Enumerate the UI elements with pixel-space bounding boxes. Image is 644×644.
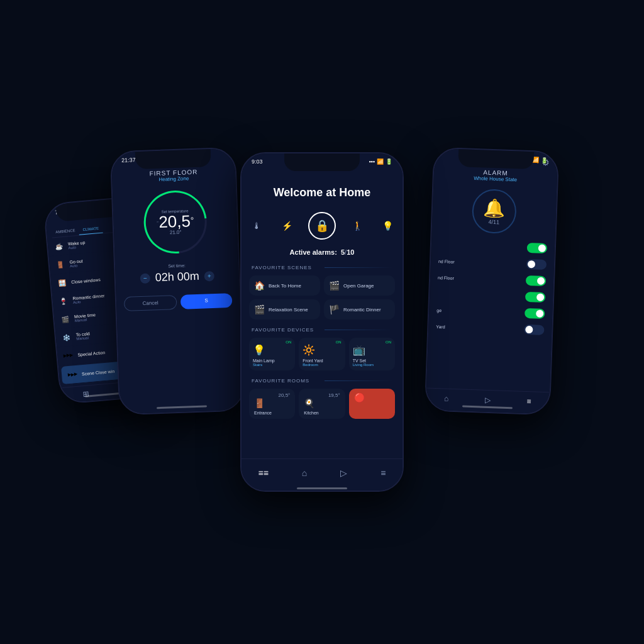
- quick-icons: 🌡 ⚡ 🔒 🚶 💡: [242, 206, 402, 246]
- phone-alarm-screen: ▪▪▪ 📶 🔋 ⚙ ALARM Whole House State 🔔 4/11: [426, 148, 558, 414]
- device-card-tv[interactable]: ON 📺 TV Set Living Room: [349, 338, 395, 370]
- home-bar-3: [297, 487, 347, 489]
- toggle-label-5: ge: [436, 308, 441, 312]
- alarms-indicator: Active alarms: 5/10: [242, 246, 402, 261]
- nav-home-4[interactable]: ⌂: [444, 394, 449, 402]
- scene-sub-goout: Auto: [70, 263, 83, 268]
- alarm-bell-count: 4/11: [488, 218, 499, 225]
- toggle-label-3: nd Floor: [438, 275, 454, 280]
- scenes-section-header: FAVOURITE SCENES: [242, 261, 402, 273]
- cancel-button[interactable]: Cancel: [124, 295, 177, 311]
- rooms-section-title: FAVOURITE ROOMS: [252, 378, 319, 384]
- scene-garage-name: Open Garage: [343, 283, 374, 289]
- icon-light[interactable]: 💡: [379, 217, 396, 235]
- room-card-extra[interactable]: 🔴: [349, 389, 395, 419]
- scene-card-home[interactable]: 🏠 Back To Home: [249, 275, 320, 296]
- phone-climate-screen: 21:37 FIRST FLOOR Heating Zone Set tempe…: [111, 148, 243, 414]
- icon-lock-active[interactable]: 🔒: [308, 212, 336, 240]
- device-card-lamp[interactable]: ON 💡 Main Lamp Stairs: [249, 338, 295, 370]
- scene-icon-romantic: 🍷: [57, 295, 70, 308]
- alarms-active: 5: [341, 248, 345, 256]
- battery-icon-4: 🔋: [541, 157, 548, 164]
- device-card-yard[interactable]: ON 🔆 Front Yard Bedroom: [299, 338, 345, 370]
- bottom-nav-3: ≡≡ ⌂ ▷ ≡: [242, 458, 402, 491]
- scene-name-active: Scene Close win: [82, 369, 115, 376]
- scene-card-relax[interactable]: 🎬 Relaxation Scene: [249, 299, 320, 319]
- save-button[interactable]: S: [180, 293, 233, 309]
- time-increase-btn[interactable]: +: [204, 270, 214, 281]
- room-card-kitchen[interactable]: 19,5° 🍳 Kitchen: [299, 389, 345, 419]
- scenes-section-line: [325, 267, 392, 268]
- toggle-3[interactable]: [526, 275, 547, 286]
- nav-menu-4[interactable]: ≡: [526, 397, 531, 406]
- toggle-5[interactable]: [525, 308, 545, 319]
- nav-grid-icon[interactable]: ≡≡: [251, 465, 276, 480]
- bottom-nav-4: ⌂ ▷ ≡: [426, 387, 550, 414]
- rooms-section-line: [325, 380, 392, 381]
- time-value: 02h 00m: [155, 270, 199, 284]
- device-yard-on: ON: [336, 340, 341, 344]
- notch-4: [458, 149, 534, 169]
- device-lamp-name: Main Lamp: [253, 358, 291, 363]
- alarms-label: Active alarms:: [290, 248, 337, 256]
- room-entrance-name: Entrance: [254, 411, 290, 415]
- toggle-label-6: Yard: [436, 324, 445, 328]
- nav-play-icon[interactable]: ▷: [333, 465, 355, 480]
- scene-home-name: Back To Home: [269, 283, 301, 289]
- scene-name-windows: Close windows: [71, 277, 101, 284]
- scenes-section-title: FAVOURITE SCENES: [252, 265, 319, 270]
- room-kitchen-name: Kitchen: [304, 411, 340, 415]
- nav-menu-icon[interactable]: ≡: [373, 465, 393, 480]
- toggle-1[interactable]: [527, 243, 548, 253]
- scene-card-dinner[interactable]: 🏴 Romantic Dinner: [324, 299, 395, 319]
- time-3: 9:03: [252, 158, 263, 165]
- temp-circle-container: Set temperature − 20,5 ° 21.0°: [113, 182, 238, 262]
- phone-alarm: ▪▪▪ 📶 🔋 ⚙ ALARM Whole House State 🔔 4/11: [425, 147, 560, 416]
- scene-card-garage[interactable]: 🎬 Open Garage: [324, 275, 395, 296]
- device-tv-room: Living Room: [353, 363, 391, 367]
- devices-grid: ON 💡 Main Lamp Stairs ON 🔆 Front Yard Be…: [242, 335, 402, 374]
- phone-main-screen: 9:03 ▪▪▪ 📶 🔋 Welcome at Home 🌡 ⚡ 🔒 🚶 💡 A…: [242, 153, 402, 491]
- scene-relax-icon: 🎬: [254, 304, 265, 314]
- action-buttons: Cancel S: [116, 288, 240, 317]
- room-entrance-temp: 20,5°: [254, 392, 290, 398]
- scenes-grid: 🏠 Back To Home 🎬 Open Garage 🎬 Relaxatio…: [242, 273, 402, 323]
- scene-relax-name: Relaxation Scene: [269, 307, 308, 313]
- status-icons-3: ▪▪▪ 📶 🔋: [369, 158, 392, 165]
- icon-person[interactable]: 🚶: [348, 217, 366, 235]
- icon-thermometer[interactable]: 🌡: [248, 217, 265, 235]
- phone-main: 9:03 ▪▪▪ 📶 🔋 Welcome at Home 🌡 ⚡ 🔒 🚶 💡 A…: [240, 152, 404, 492]
- welcome-header: Welcome at Home: [242, 167, 402, 206]
- nav-play-4[interactable]: ▷: [485, 396, 491, 404]
- toggle-6[interactable]: [524, 325, 545, 335]
- device-yard-room: Bedroom: [303, 363, 341, 367]
- scene-sub-cold: Manual: [76, 335, 91, 340]
- notch-2: [135, 149, 211, 169]
- device-lamp-icon: 💡: [253, 344, 291, 356]
- icon-lightning[interactable]: ⚡: [278, 217, 296, 235]
- battery-icon: 🔋: [386, 158, 392, 165]
- scene-dinner-name: Romantic Dinner: [343, 307, 381, 313]
- devices-section-header: FAVOURITE DEVICES: [242, 323, 402, 335]
- toggle-4[interactable]: [525, 292, 546, 303]
- room-kitchen-temp: 19,5°: [304, 392, 340, 398]
- toggle-row-6: Yard: [428, 318, 552, 339]
- scene-garage-icon: 🎬: [329, 280, 340, 291]
- device-tv-icon: 📺: [353, 344, 391, 356]
- room-kitchen-icon: 🍳: [304, 398, 340, 408]
- phones-scene: 7:06 SCENE AMBIENCE CLIMATE ☕ Wake upAut…: [39, 86, 605, 558]
- room-card-entrance[interactable]: 20,5° 🚪 Entrance: [249, 389, 295, 419]
- rooms-section-header: FAVOURITE ROOMS: [242, 374, 402, 386]
- device-lamp-on: ON: [286, 340, 291, 344]
- temp-arc: [131, 178, 219, 266]
- toggle-label-2: nd Floor: [438, 259, 455, 264]
- toggle-2[interactable]: [526, 259, 547, 270]
- nav-home-icon[interactable]: ⌂: [294, 465, 314, 480]
- device-tv-name: TV Set: [353, 358, 391, 363]
- time-decrease-btn[interactable]: −: [140, 273, 150, 284]
- nav-icon-grid[interactable]: ⊞: [82, 389, 89, 399]
- time-section: Set time: − 02h 00m +: [115, 258, 240, 292]
- time-2: 21:37: [121, 157, 136, 164]
- scene-icon-movie: 🎬: [59, 313, 72, 325]
- device-lamp-room: Stairs: [253, 363, 291, 367]
